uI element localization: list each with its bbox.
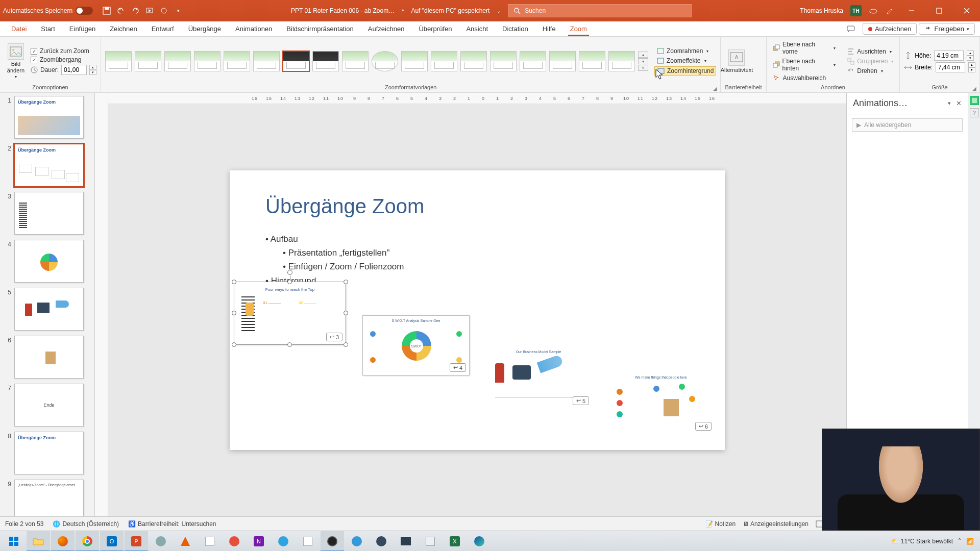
duration-input[interactable] bbox=[61, 65, 87, 75]
height-input[interactable] bbox=[934, 51, 964, 61]
start-button[interactable] bbox=[2, 531, 26, 552]
style-preset-4[interactable] bbox=[194, 51, 220, 71]
slide-counter[interactable]: Folie 2 von 53 bbox=[5, 520, 43, 528]
tab-transitions[interactable]: Übergänge bbox=[181, 21, 228, 36]
user-name[interactable]: Thomas Hruska bbox=[800, 7, 843, 14]
bring-front-button[interactable]: Ebene nach vorne▾ bbox=[771, 40, 838, 56]
style-preset-15[interactable] bbox=[520, 51, 546, 71]
style-preset-17[interactable] bbox=[579, 51, 605, 71]
taskbar-excel[interactable]: X bbox=[443, 531, 467, 552]
send-back-button[interactable]: Ebene nach hinten▾ bbox=[771, 57, 838, 72]
touch-icon[interactable] bbox=[159, 6, 168, 15]
tab-slideshow[interactable]: Bildschirmpräsentation bbox=[279, 21, 361, 36]
search-input[interactable]: Suchen bbox=[508, 4, 692, 17]
taskbar-app-5[interactable] bbox=[345, 531, 369, 552]
tab-animations[interactable]: Animationen bbox=[228, 21, 279, 36]
taskbar-app-7[interactable] bbox=[394, 531, 418, 552]
taskbar-telegram[interactable] bbox=[272, 531, 295, 552]
autosave-toggle[interactable]: Automatisches Speichern bbox=[3, 7, 93, 15]
taskbar-outlook[interactable]: O bbox=[100, 531, 124, 552]
redo-icon[interactable] bbox=[131, 6, 140, 15]
from-start-icon[interactable] bbox=[145, 6, 154, 15]
weather-widget[interactable]: ⛅ 11°C Stark bewölkt bbox=[891, 538, 953, 545]
tab-dictation[interactable]: Dictation bbox=[495, 21, 535, 36]
selection-pane-button[interactable]: Auswahlbereich bbox=[771, 74, 838, 82]
thumbnail-3[interactable] bbox=[14, 192, 84, 235]
comments-button[interactable] bbox=[841, 23, 861, 35]
duration-field[interactable]: Dauer: ▴▾ bbox=[31, 65, 96, 75]
taskbar-app-4[interactable] bbox=[296, 531, 320, 552]
style-preset-16[interactable] bbox=[549, 51, 576, 71]
thumbnail-1[interactable]: Übergänge Zoom bbox=[14, 96, 84, 139]
width-spinner[interactable]: ▴▾ bbox=[968, 62, 975, 72]
help-button[interactable]: ? bbox=[970, 108, 979, 117]
tab-zoom[interactable]: Zoom bbox=[563, 25, 594, 33]
zoom-object-6[interactable]: We make things that people love ↩6 bbox=[607, 373, 715, 434]
close-pane-icon[interactable]: ✕ bbox=[956, 99, 962, 107]
style-preset-11[interactable] bbox=[401, 51, 428, 71]
taskbar-app-1[interactable] bbox=[149, 531, 173, 552]
user-avatar[interactable]: TH bbox=[850, 5, 862, 16]
pen-icon[interactable] bbox=[885, 6, 894, 15]
close-button[interactable] bbox=[957, 3, 977, 18]
style-preset-18[interactable] bbox=[608, 51, 635, 71]
tab-view[interactable]: Ansicht bbox=[459, 21, 495, 36]
change-image-button[interactable]: Bild ändern ▾ bbox=[4, 43, 28, 79]
qat-more-icon[interactable]: ▾ bbox=[174, 6, 183, 15]
play-all-button[interactable]: ▶ Alle wiedergeben bbox=[852, 118, 963, 132]
height-spinner[interactable]: ▴▾ bbox=[967, 51, 974, 61]
thumbnail-5[interactable] bbox=[14, 288, 84, 331]
tab-record[interactable]: Aufzeichnen bbox=[361, 21, 412, 36]
resize-handle-nw[interactable] bbox=[232, 280, 236, 284]
taskbar-firefox[interactable] bbox=[51, 531, 75, 552]
resize-handle-e[interactable] bbox=[344, 311, 348, 315]
chevron-down-icon[interactable]: ⌄ bbox=[497, 8, 501, 14]
resize-handle-n[interactable] bbox=[287, 280, 292, 284]
style-preset-9[interactable] bbox=[342, 51, 369, 71]
notes-button[interactable]: 📝 Notizen bbox=[705, 520, 736, 528]
taskbar-vlc[interactable] bbox=[174, 531, 197, 552]
style-preset-12[interactable] bbox=[431, 51, 457, 71]
cloud-icon[interactable] bbox=[869, 6, 878, 15]
thumbnail-6[interactable] bbox=[14, 336, 84, 379]
group-button[interactable]: Gruppieren▾ bbox=[845, 57, 895, 65]
duration-spinner[interactable]: ▴▾ bbox=[89, 65, 96, 75]
chevron-down-icon[interactable]: ▾ bbox=[948, 100, 951, 107]
dialog-launcher-size[interactable]: ◢ bbox=[971, 85, 977, 91]
zoom-object-3[interactable]: Four ways to reach the Top 01 ——— 02 ———… bbox=[234, 282, 346, 345]
zoom-object-5[interactable]: Our Business Model Sample ↩5 bbox=[485, 348, 592, 408]
share-button[interactable]: Freigeben▾ bbox=[919, 23, 975, 35]
taskbar-explorer[interactable] bbox=[27, 531, 50, 552]
designer-button[interactable] bbox=[970, 96, 979, 105]
style-preset-5[interactable] bbox=[224, 51, 250, 71]
maximize-button[interactable] bbox=[929, 3, 949, 18]
tab-design[interactable]: Entwurf bbox=[144, 21, 181, 36]
thumbnail-7[interactable]: Ende bbox=[14, 384, 84, 427]
style-preset-7[interactable] bbox=[283, 51, 309, 71]
dialog-launcher-styles[interactable]: ◢ bbox=[712, 85, 718, 91]
taskbar-app-8[interactable] bbox=[419, 531, 442, 552]
style-preset-10[interactable] bbox=[372, 51, 398, 71]
style-preset-2[interactable] bbox=[135, 51, 161, 71]
tray-network-icon[interactable]: 📶 bbox=[966, 538, 974, 545]
minimize-button[interactable] bbox=[901, 3, 922, 18]
resize-handle-se[interactable] bbox=[344, 342, 348, 347]
style-preset-14[interactable] bbox=[490, 51, 517, 71]
taskbar-app-3[interactable] bbox=[223, 531, 246, 552]
slide-thumbnails[interactable]: 1Übergänge Zoom 2Übergänge Zoom 3 4 5 6 … bbox=[0, 93, 95, 516]
gallery-scroll[interactable]: ▴▾▿ bbox=[638, 52, 648, 71]
style-preset-6[interactable] bbox=[253, 51, 280, 71]
resize-handle-sw[interactable] bbox=[232, 342, 236, 347]
tab-draw[interactable]: Zeichnen bbox=[103, 21, 144, 36]
taskbar-powerpoint[interactable]: P bbox=[125, 531, 148, 552]
resize-handle-ne[interactable] bbox=[344, 280, 348, 284]
tab-insert[interactable]: Einfügen bbox=[62, 21, 103, 36]
taskbar-app-6[interactable] bbox=[370, 531, 393, 552]
taskbar-edge[interactable] bbox=[468, 531, 491, 552]
slide[interactable]: Übergänge Zoom Aufbau Präsentation „fert… bbox=[230, 170, 725, 450]
thumbnail-2[interactable]: Übergänge Zoom bbox=[14, 144, 84, 187]
display-settings-button[interactable]: 🖥 Anzeigeeinstellungen bbox=[743, 520, 808, 528]
taskbar-chrome[interactable] bbox=[76, 531, 99, 552]
canvas[interactable]: 1615141312111098765432101234567891011121… bbox=[108, 93, 846, 516]
record-button[interactable]: Aufzeichnen bbox=[863, 23, 917, 35]
